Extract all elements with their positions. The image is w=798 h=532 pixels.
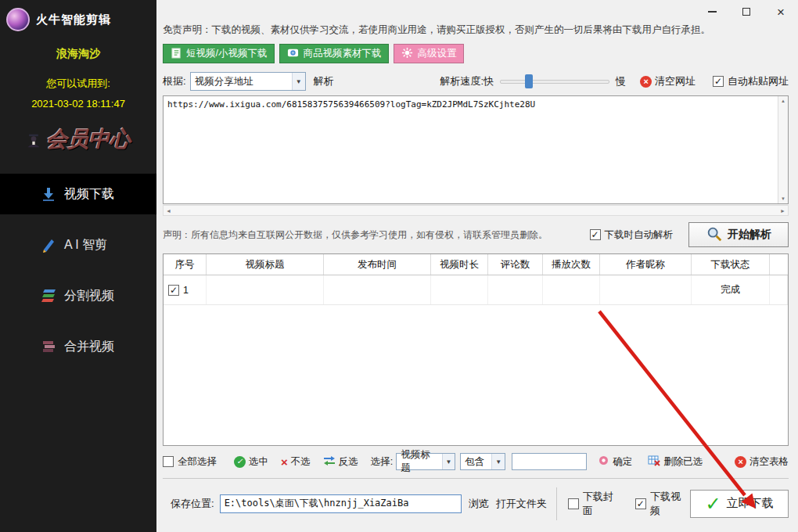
save-toolbar: 保存位置: 浏览 打开文件夹 下载封面 ✓ 下载视频 ✓ 立即下载	[163, 478, 789, 528]
browse-button[interactable]: 浏览	[469, 497, 489, 511]
col-header-status[interactable]: 下载状态	[692, 254, 770, 275]
sidebar-item-video-download[interactable]: 视频下载	[0, 174, 156, 214]
save-location-label: 保存位置:	[171, 497, 214, 511]
open-folder-button[interactable]: 打开文件夹	[496, 497, 547, 511]
table-header-row: 序号 视频标题 发布时间 视频时长 评论数 播放次数 作者昵称 下载状态	[164, 254, 788, 275]
nav-label-ai-cut: A I 智剪	[64, 237, 107, 253]
filter-field-select[interactable]: 视频标题 ▼	[396, 453, 455, 470]
confirm-button[interactable]: 确定	[598, 455, 632, 469]
table-row[interactable]: ✓ 1 完成	[164, 275, 788, 305]
select-all-checkbox[interactable]: 全部选择	[163, 455, 217, 469]
slider-thumb[interactable]	[525, 74, 533, 88]
filter-operator-value: 包含	[465, 455, 484, 469]
red-cross-icon: ×	[735, 456, 746, 468]
select-button[interactable]: ✓ 选中	[234, 455, 268, 469]
parse-link[interactable]: 解析	[314, 74, 334, 88]
basis-label: 根据:	[163, 74, 186, 88]
sidebar-header: 火牛智能剪辑	[0, 0, 156, 36]
delete-selected-label: 删除已选	[663, 455, 703, 469]
slow-label: 慢	[616, 74, 626, 88]
auto-paste-checkbox[interactable]: ✓ 自动粘贴网址	[713, 74, 789, 88]
layers-merge-icon	[41, 339, 56, 354]
red-x-icon: ×	[281, 456, 288, 468]
download-cover-label: 下载封面	[583, 490, 623, 518]
save-path-input[interactable]	[220, 494, 462, 513]
parse-speed-label: 解析速度:快	[440, 74, 494, 88]
results-table: 序号 视频标题 发布时间 视频时长 评论数 播放次数 作者昵称 下载状态 ✓ 1	[163, 253, 789, 446]
chevron-down-icon: ▼	[491, 454, 505, 469]
download-video-checkbox[interactable]: ✓ 下载视频	[635, 490, 690, 518]
download-video-label: 下载视频	[650, 490, 690, 518]
checkbox-checked-icon: ✓	[635, 498, 646, 509]
clear-url-button[interactable]: × 清空网址	[640, 74, 696, 88]
clear-table-label: 清空表格	[749, 455, 789, 469]
col-header-author[interactable]: 作者昵称	[600, 254, 692, 275]
parse-speed-slider[interactable]	[500, 80, 609, 84]
maximize-button[interactable]	[740, 5, 753, 18]
checkbox-checked-icon: ✓	[590, 229, 601, 240]
scroll-up-icon[interactable]: ▲	[781, 99, 785, 103]
row-plays-cell	[543, 275, 600, 304]
col-header-title[interactable]: 视频标题	[207, 254, 324, 275]
app-logo-icon	[6, 8, 30, 31]
col-header-index[interactable]: 序号	[164, 254, 207, 275]
row-status-cell: 完成	[692, 275, 770, 304]
checkbox-checked-icon: ✓	[713, 76, 724, 87]
maximize-icon	[742, 8, 750, 16]
horizontal-scrollbar[interactable]: ◄ ►	[163, 205, 789, 216]
clipboard-icon	[171, 47, 182, 61]
member-center-link[interactable]: 会员中心	[0, 125, 156, 153]
url-input-area: https://www.ixigua.com/68158375756394665…	[163, 95, 789, 204]
col-header-filler	[770, 254, 788, 275]
sidebar-item-split-video[interactable]: 分割视频	[0, 275, 156, 316]
clear-table-button[interactable]: × 清空表格	[735, 455, 789, 469]
product-video-download-button[interactable]: 商品视频素材下载	[279, 44, 389, 63]
col-header-comments[interactable]: 评论数	[488, 254, 543, 275]
col-header-plays[interactable]: 播放次数	[543, 254, 600, 275]
row-filler-cell	[770, 275, 788, 304]
nav-label-merge-video: 合并视频	[64, 339, 114, 355]
short-video-download-button[interactable]: 短视频/小视频下载	[163, 44, 275, 63]
trial-label: 您可以试用到:	[0, 77, 156, 91]
username: 浪海淘沙	[0, 47, 156, 61]
close-button[interactable]: ×	[775, 5, 787, 18]
row-publish-cell	[324, 275, 431, 304]
url-textarea[interactable]: https://www.ixigua.com/68158375756394665…	[164, 96, 778, 203]
row-title-cell	[207, 275, 324, 304]
scroll-left-icon[interactable]: ◄	[166, 208, 171, 214]
deselect-button[interactable]: × 不选	[281, 455, 311, 469]
parse-options-row: 根据: 视频分享地址 ▼ 解析 解析速度:快 慢 × 清空网址 ✓ 自动粘贴网址	[163, 71, 789, 92]
sidebar-item-merge-video[interactable]: 合并视频	[0, 326, 156, 367]
seal-icon	[598, 455, 609, 469]
selection-toolbar: 全部选择 ✓ 选中 × 不选 反选 选择: 视频标题 ▼ 包含	[163, 451, 789, 472]
scroll-down-icon[interactable]: ▼	[781, 196, 785, 201]
scroll-right-icon[interactable]: ►	[780, 208, 785, 214]
trial-expiry-date: 2021-03-02 18:11:47	[0, 98, 156, 110]
minimize-button[interactable]	[706, 5, 718, 18]
invert-selection-button[interactable]: 反选	[323, 455, 358, 469]
source-type-select[interactable]: 视频分享地址 ▼	[190, 72, 306, 91]
col-header-publish[interactable]: 发布时间	[324, 254, 431, 275]
filter-operator-select[interactable]: 包含 ▼	[460, 453, 505, 470]
vertical-scrollbar[interactable]: ▲ ▼	[778, 96, 788, 203]
start-parse-button[interactable]: 开始解析	[688, 222, 789, 247]
sidebar-item-ai-cut[interactable]: A I 智剪	[0, 225, 156, 265]
green-check-icon: ✓	[705, 494, 721, 513]
row-checkbox[interactable]: ✓	[168, 285, 179, 296]
download-now-button[interactable]: ✓ 立即下载	[690, 490, 789, 518]
download-icon	[41, 186, 56, 202]
row-index: 1	[183, 285, 189, 296]
advanced-settings-button[interactable]: 高级设置	[394, 44, 464, 63]
member-center-label: 会员中心	[46, 125, 131, 153]
source-type-value: 视频分享地址	[195, 75, 253, 88]
invert-label: 反选	[339, 455, 358, 469]
download-cover-checkbox[interactable]: 下载封面	[568, 490, 623, 518]
confirm-label: 确定	[613, 455, 632, 469]
auto-parse-checkbox[interactable]: ✓ 下载时自动解析	[590, 228, 674, 242]
disclaimer-text: 免责声明：下载的视频、素材仅供学习交流，若使用商业用途，请购买正版授权，否则产生…	[163, 23, 710, 37]
product-video-download-label: 商品视频素材下载	[303, 47, 381, 60]
delete-selected-button[interactable]: 删除已选	[648, 455, 703, 469]
filter-field-value: 视频标题	[401, 448, 438, 475]
filter-keyword-input[interactable]	[512, 453, 587, 470]
col-header-duration[interactable]: 视频时长	[431, 254, 488, 275]
